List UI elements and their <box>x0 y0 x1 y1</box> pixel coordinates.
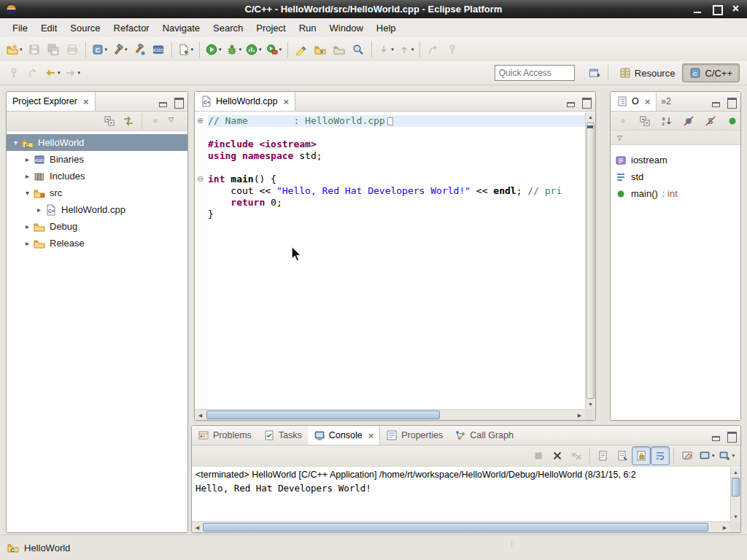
code-line[interactable]: #include <iostream> <box>208 139 585 150</box>
menu-navigate[interactable]: Navigate <box>156 20 206 36</box>
code-area[interactable]: // Name : HelloWorld.cpp #include <iostr… <box>208 112 585 409</box>
code-line[interactable]: cout << "Hello, Red Hat Developers World… <box>208 185 585 197</box>
overview-annotation-marker[interactable] <box>587 125 593 128</box>
tab-overflow-chevron[interactable]: »2 <box>657 92 675 111</box>
resource-perspective-button[interactable]: Resource <box>612 63 683 82</box>
collapse-all-button[interactable] <box>635 112 654 131</box>
tree-item-debug[interactable]: ▸Debug <box>7 218 187 235</box>
scroll-left-icon[interactable]: ◀ <box>193 523 202 532</box>
outline-item-main[interactable]: main() : int <box>615 185 736 202</box>
outline-item-iostream[interactable]: iostream <box>615 152 736 168</box>
tab-call-graph[interactable]: Call Graph <box>449 426 519 445</box>
scroll-down-icon[interactable]: ▼ <box>586 400 595 409</box>
import-log-button[interactable] <box>613 446 632 465</box>
scroll-up-icon[interactable]: ▲ <box>586 112 595 122</box>
dropdown-caret-icon[interactable]: ▾ <box>191 47 194 52</box>
scroll-right-icon[interactable]: ▶ <box>720 523 729 532</box>
word-wrap-button[interactable] <box>651 446 670 465</box>
menu-help[interactable]: Help <box>370 20 403 36</box>
console-output-area[interactable]: <terminated> HelloWorld [C/C++ Applicati… <box>192 467 730 521</box>
code-line[interactable]: // Name : HelloWorld.cpp <box>208 115 585 127</box>
dropdown-caret-icon[interactable]: ▾ <box>58 70 61 76</box>
console-vertical-scrollbar[interactable]: ▲ ▼ <box>730 467 740 521</box>
hide-fields-button[interactable] <box>679 112 698 131</box>
menu-edit[interactable]: Edit <box>34 20 63 36</box>
open-perspective-button[interactable] <box>585 63 604 82</box>
close-icon[interactable]: × <box>645 97 651 106</box>
code-line[interactable]: int main() { <box>208 174 585 185</box>
tab-project-explorer[interactable]: Project Explorer × <box>7 92 96 111</box>
dropdown-caret-icon[interactable]: ▾ <box>712 453 715 459</box>
scroll-left-icon[interactable]: ◀ <box>196 411 205 420</box>
back-button[interactable]: ▾ <box>42 63 63 82</box>
code-line[interactable] <box>208 162 585 174</box>
tree-item-includes[interactable]: ▸Includes <box>7 168 187 184</box>
expand-arrow-icon[interactable]: ▸ <box>21 172 34 180</box>
quick-access-input[interactable] <box>495 65 575 81</box>
code-editor[interactable]: ⊕⊖ // Name : HelloWorld.cpp #include <io… <box>195 112 595 420</box>
scroll-down-icon[interactable]: ▼ <box>731 512 740 521</box>
code-line[interactable]: return 0; <box>208 197 585 209</box>
menu-project[interactable]: Project <box>249 20 292 36</box>
build-all-button[interactable] <box>130 40 149 59</box>
window-maximize-button[interactable] <box>711 3 723 15</box>
open-resource-button[interactable] <box>330 40 349 59</box>
code-line[interactable] <box>208 127 585 139</box>
mark-occurrences-button[interactable] <box>292 40 311 59</box>
hide-non-public-button[interactable] <box>723 112 741 131</box>
collapsed-region-icon[interactable] <box>387 117 393 125</box>
dropdown-caret-icon[interactable]: ▾ <box>219 47 222 52</box>
tab-outline[interactable]: O × <box>611 92 657 111</box>
menu-source[interactable]: Source <box>63 20 107 36</box>
tab-tasks[interactable]: Tasks <box>258 426 308 445</box>
dropdown-caret-icon[interactable]: ▾ <box>125 47 128 52</box>
minimize-view-button[interactable] <box>565 96 576 108</box>
maximize-view-button[interactable] <box>726 430 738 442</box>
expand-arrow-icon[interactable]: ▸ <box>21 155 34 163</box>
minimize-view-button[interactable] <box>710 96 721 108</box>
window-close-button[interactable]: × <box>729 3 742 15</box>
dropdown-caret-icon[interactable]: ▾ <box>391 47 394 52</box>
scrollbar-thumb[interactable] <box>206 411 440 419</box>
tree-item-src[interactable]: ▾src <box>7 184 187 201</box>
export-log-button[interactable] <box>594 446 613 465</box>
search-button[interactable] <box>349 40 368 59</box>
menu-window[interactable]: Window <box>323 20 370 36</box>
link-editor-button[interactable] <box>119 112 138 131</box>
close-icon[interactable]: × <box>368 431 374 440</box>
open-console-button[interactable]: ▾ <box>716 446 737 465</box>
maximize-view-button[interactable] <box>581 96 592 108</box>
scrollbar-thumb[interactable] <box>587 122 595 399</box>
collapse-arrow-icon[interactable]: ▾ <box>9 139 22 147</box>
tab-problems[interactable]: Problems <box>192 426 258 445</box>
close-icon[interactable]: × <box>284 97 290 106</box>
tree-item-binaries[interactable]: ▸0101Binaries <box>7 151 187 168</box>
display-console-button[interactable]: ▾ <box>697 446 717 465</box>
profile-button[interactable]: ▾ <box>244 40 264 59</box>
minimize-view-button[interactable] <box>157 96 169 108</box>
expand-arrow-icon[interactable]: ▸ <box>33 206 45 214</box>
hide-static-button[interactable]: S <box>701 112 720 131</box>
dropdown-caret-icon[interactable]: ▾ <box>259 47 262 52</box>
sort-button[interactable]: az <box>657 112 676 131</box>
dropdown-caret-icon[interactable]: ▾ <box>78 70 81 76</box>
status-grip[interactable]: ⁞ <box>511 540 514 548</box>
fold-expand-icon[interactable]: ⊕ <box>197 115 204 127</box>
maximize-view-button[interactable] <box>173 96 185 108</box>
outline-item-std[interactable]: std <box>615 168 736 185</box>
debug-button[interactable]: ▾ <box>224 40 244 59</box>
external-tools-button[interactable]: ▾ <box>264 40 285 59</box>
dropdown-caret-icon[interactable]: ▾ <box>279 47 282 52</box>
scroll-right-icon[interactable]: ▶ <box>575 411 584 420</box>
console-horizontal-scrollbar[interactable]: ◀ ▶ <box>192 521 730 532</box>
view-menu-button[interactable]: ▽ <box>165 112 184 131</box>
scroll-lock-button[interactable] <box>632 446 651 465</box>
collapse-all-button[interactable] <box>100 112 119 131</box>
collapse-arrow-icon[interactable]: ▾ <box>21 189 34 197</box>
menu-refactor[interactable]: Refactor <box>107 20 156 36</box>
code-line[interactable]: using namespace std; <box>208 150 585 162</box>
tree-item-helloworld-cpp[interactable]: ▸C+HelloWorld.cpp <box>7 201 187 218</box>
editor-vertical-scrollbar[interactable]: ▲ ▼ <box>585 112 595 409</box>
tab-console[interactable]: Console× <box>308 426 380 445</box>
new-wizard-button[interactable]: ▾ <box>4 40 25 59</box>
